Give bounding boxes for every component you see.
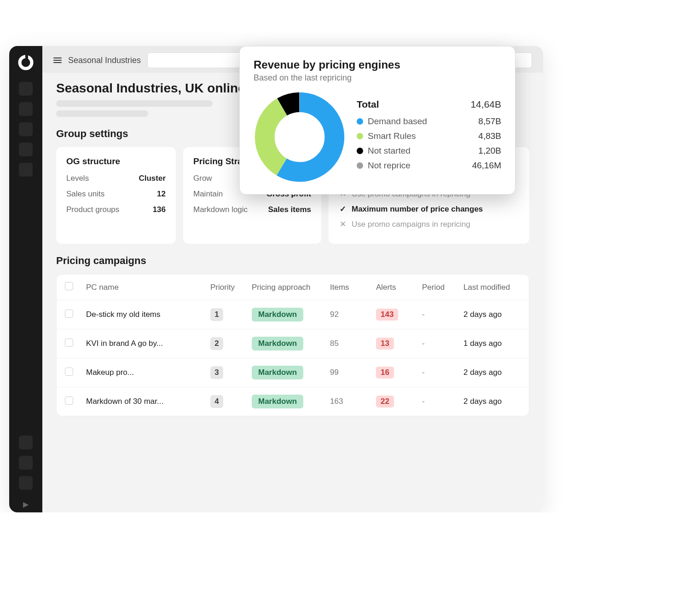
legend-label: Demand based <box>368 116 427 126</box>
col-items[interactable]: Items <box>324 275 370 300</box>
legend-value: 4,83B <box>478 131 501 141</box>
skeleton-line <box>56 110 148 117</box>
cell-items: 99 <box>324 358 370 387</box>
legend-value: 8,57B <box>478 116 501 126</box>
legend-swatch <box>357 133 363 139</box>
og-key: Sales units <box>66 190 104 199</box>
table-row[interactable]: De-stick my old items 1 Markdown 92 143 … <box>57 300 529 329</box>
strategy-value: Sales items <box>268 205 311 214</box>
legend-total-label: Total <box>357 99 379 110</box>
alerts-badge[interactable]: 16 <box>376 367 394 379</box>
donut-segment <box>265 102 335 172</box>
cell-period: - <box>416 300 457 329</box>
sidebar-item[interactable] <box>19 456 33 470</box>
campaigns-table: PC name Priority Pricing approach Items … <box>56 274 529 416</box>
cell-modified: 2 days ago <box>457 300 529 329</box>
approach-badge: Markdown <box>252 337 303 350</box>
strategy-key: Maintain <box>193 190 223 199</box>
skeleton-line <box>56 100 213 107</box>
sidebar-expand-icon[interactable]: ▶ <box>19 496 32 512</box>
og-key: Levels <box>66 174 89 183</box>
og-value: Cluster <box>139 174 166 183</box>
cell-name: Makeup pro... <box>80 358 204 387</box>
og-row: Sales units 12 <box>66 190 166 199</box>
row-checkbox[interactable] <box>65 310 73 318</box>
legend-swatch <box>357 162 363 169</box>
card-title: OG structure <box>66 156 166 167</box>
cell-period: - <box>416 358 457 387</box>
cell-modified: 2 days ago <box>457 387 529 416</box>
og-row: Product groups 136 <box>66 205 166 214</box>
approach-badge: Markdown <box>252 366 303 379</box>
col-priority[interactable]: Priority <box>204 275 245 300</box>
row-checkbox[interactable] <box>65 368 73 376</box>
legend-swatch <box>357 148 363 154</box>
constraint-item[interactable]: ✓ Maximum number of price changes <box>339 204 519 214</box>
legend-label: Not reprice <box>368 161 411 171</box>
alerts-badge[interactable]: 13 <box>376 338 394 350</box>
svg-rect-1 <box>25 54 28 59</box>
revenue-popover: Revenue by pricing engines Based on the … <box>239 46 515 195</box>
breadcrumb[interactable]: Seasonal Industries <box>68 56 141 65</box>
approach-badge: Markdown <box>252 308 303 322</box>
legend-row: Smart Rules 4,83B <box>357 131 501 141</box>
col-modified[interactable]: Last modified <box>457 275 529 300</box>
cell-name: De-stick my old items <box>80 300 204 329</box>
cross-icon: ✕ <box>339 219 347 229</box>
legend-label: Not started <box>368 146 411 156</box>
legend-row: Not started 1,20B <box>357 146 501 156</box>
col-period[interactable]: Period <box>416 275 457 300</box>
legend-value: 1,20B <box>478 146 501 156</box>
cell-modified: 1 days ago <box>457 329 529 358</box>
section-pricing-campaigns: Pricing campaigns <box>56 255 529 267</box>
sidebar-item[interactable] <box>19 476 33 490</box>
sidebar-item[interactable] <box>19 436 33 449</box>
constraint-label: Use promo campaigns in repricing <box>352 220 470 229</box>
table-header-row: PC name Priority Pricing approach Items … <box>57 275 529 300</box>
row-checkbox[interactable] <box>65 339 73 347</box>
strategy-key: Markdown logic <box>193 205 248 214</box>
constraint-item[interactable]: ✕ Use promo campaigns in repricing <box>339 219 519 229</box>
legend-total-value: 14,64B <box>470 99 501 110</box>
menu-icon[interactable] <box>53 57 62 63</box>
sidebar-item[interactable] <box>19 82 33 96</box>
popover-subtitle: Based on the last repricing <box>254 73 501 83</box>
cell-period: - <box>416 387 457 416</box>
app-logo-icon <box>17 54 34 71</box>
card-og-structure: OG structure Levels Cluster Sales units … <box>56 147 176 244</box>
table-row[interactable]: Markdown of 30 mar... 4 Markdown 163 22 … <box>57 387 529 416</box>
og-value: 136 <box>153 205 166 214</box>
legend-row: Demand based 8,57B <box>357 116 501 126</box>
sidebar-item[interactable] <box>19 122 33 136</box>
col-alerts[interactable]: Alerts <box>370 275 416 300</box>
priority-badge: 1 <box>210 308 223 321</box>
check-icon: ✓ <box>339 204 347 214</box>
priority-badge: 3 <box>210 366 223 379</box>
og-row: Levels Cluster <box>66 174 166 183</box>
cell-items: 85 <box>324 329 370 358</box>
sidebar-item[interactable] <box>19 163 33 177</box>
select-all-checkbox[interactable] <box>65 282 73 290</box>
cell-name: Markdown of 30 mar... <box>80 387 204 416</box>
cell-period: - <box>416 329 457 358</box>
donut-chart <box>254 91 346 183</box>
col-approach[interactable]: Pricing approach <box>245 275 324 300</box>
priority-badge: 4 <box>210 395 223 408</box>
og-value: 12 <box>157 190 166 199</box>
legend-label: Smart Rules <box>368 131 416 141</box>
priority-badge: 2 <box>210 337 223 350</box>
sidebar-item[interactable] <box>19 102 33 116</box>
constraint-label: Maximum number of price changes <box>352 205 483 214</box>
cell-items: 92 <box>324 300 370 329</box>
table-row[interactable]: KVI in brand A go by... 2 Markdown 85 13… <box>57 329 529 358</box>
table-row[interactable]: Makeup pro... 3 Markdown 99 16 - 2 days … <box>57 358 529 387</box>
alerts-badge[interactable]: 22 <box>376 396 394 408</box>
col-name[interactable]: PC name <box>80 275 204 300</box>
sidebar: ▶ <box>9 46 42 512</box>
approach-badge: Markdown <box>252 395 303 408</box>
sidebar-item[interactable] <box>19 143 33 156</box>
row-checkbox[interactable] <box>65 396 73 405</box>
alerts-badge[interactable]: 143 <box>376 309 398 321</box>
legend-swatch <box>357 118 363 125</box>
strategy-key: Grow <box>193 174 212 183</box>
